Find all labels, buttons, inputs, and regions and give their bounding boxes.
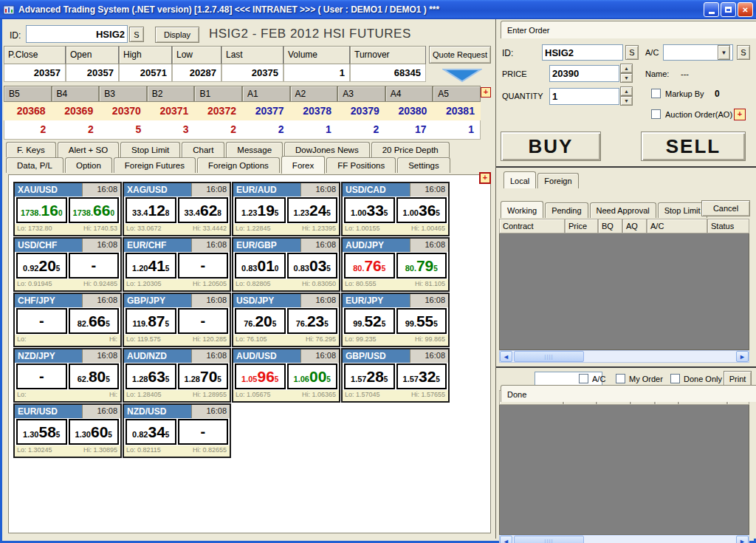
depth-expand-button[interactable]: +: [481, 87, 491, 98]
depth-price-b3[interactable]: 20370: [99, 102, 147, 120]
forex-tile-nzd-usd[interactable]: NZD/USD 16:08 0.82345- Lo: 0.82115 Hi: 0…: [123, 403, 231, 458]
tab-local[interactable]: Local: [504, 171, 536, 188]
scroll-left-icon[interactable]: ◄: [500, 536, 512, 543]
price-stepper[interactable]: ▲ ▼: [620, 64, 633, 83]
forex-tile-eur-gbp[interactable]: EUR/GBP 16:08 0.830100.83035 Lo: 0.82805…: [232, 237, 340, 292]
tab-stop-limit[interactable]: Stop Limit: [658, 202, 707, 218]
orders-col-aq[interactable]: AQ: [622, 219, 647, 233]
display-button[interactable]: Display: [155, 27, 199, 43]
orders-hscrollbar[interactable]: ◄ |||| ►: [499, 350, 749, 363]
bid-price-box[interactable]: 33.4128: [126, 197, 176, 223]
bid-price-box[interactable]: 0.92205: [16, 253, 67, 279]
orders-col-a-c[interactable]: A/C: [647, 219, 707, 233]
markup-checkbox[interactable]: [651, 89, 661, 98]
scroll-track[interactable]: ||||: [512, 536, 736, 543]
bid-price-box[interactable]: 1738.160: [16, 197, 67, 223]
bid-price-box[interactable]: 76.205: [235, 308, 286, 334]
quantity-input[interactable]: 1: [549, 88, 619, 105]
title-bar[interactable]: Advanced Trading System (.NET version) […: [0, 0, 756, 19]
contract-search-button[interactable]: S: [129, 27, 144, 42]
auction-checkbox[interactable]: [651, 109, 661, 119]
bid-price-box[interactable]: 99.525: [344, 308, 395, 334]
tab-need-approval[interactable]: Need Approval: [590, 202, 656, 218]
bid-price-box[interactable]: 0.83010: [235, 253, 286, 279]
tab-foreign-futures[interactable]: Foreign Futures: [114, 157, 196, 173]
tab-enter-order[interactable]: Enter Order: [501, 21, 756, 38]
forex-panel-expand-button[interactable]: +: [479, 172, 491, 184]
bid-price-box[interactable]: 1.05965: [235, 363, 286, 389]
auction-plus-button[interactable]: +: [734, 109, 746, 120]
done-hscrollbar[interactable]: ◄ |||| ►: [499, 535, 749, 543]
orders-col-bq[interactable]: BQ: [598, 219, 622, 233]
account-dropdown-arrow-icon[interactable]: ▼: [718, 45, 730, 60]
depth-price-b2[interactable]: 20371: [147, 102, 195, 120]
done-table-body[interactable]: [499, 405, 749, 535]
maximize-button[interactable]: [721, 2, 736, 17]
price-down-icon[interactable]: ▼: [620, 73, 633, 83]
ask-price-box[interactable]: 1.06005: [287, 363, 338, 389]
forex-tile-aud-jpy[interactable]: AUD/JPY 16:08 80.76580.795 Lo: 80.555 Hi…: [341, 237, 450, 292]
quote-request-button[interactable]: Quote Request: [429, 46, 491, 64]
depth-price-a2[interactable]: 20378: [290, 102, 338, 120]
tab-pending[interactable]: Pending: [545, 202, 588, 218]
bid-price-box[interactable]: 1.23195: [235, 197, 286, 223]
quantity-stepper[interactable]: ▲ ▼: [620, 86, 633, 106]
order-id-search-button[interactable]: S: [625, 45, 639, 60]
a-c-checkbox[interactable]: [579, 374, 588, 383]
forex-tile-chf-jpy[interactable]: CHF/JPY 16:08 -82.665 Lo: Hi:: [13, 293, 122, 347]
my-order-checkbox[interactable]: [616, 374, 625, 383]
forex-tile-usd-cad[interactable]: USD/CAD 16:08 1.003351.00365 Lo: 1.00155…: [341, 182, 450, 236]
forex-tile-eur-chf[interactable]: EUR/CHF 16:08 1.20415- Lo: 1.20305 Hi: 1…: [123, 237, 231, 292]
forex-tile-nzd-jpy[interactable]: NZD/JPY 16:08 -62.805 Lo: Hi:: [13, 348, 122, 403]
ask-price-box[interactable]: -: [178, 308, 229, 334]
orders-table-body[interactable]: [499, 233, 749, 350]
depth-price-a1[interactable]: 20377: [242, 102, 290, 120]
scroll-left-icon[interactable]: ◄: [500, 351, 512, 362]
tab-settings[interactable]: Settings: [397, 157, 450, 173]
tab-working[interactable]: Working: [501, 201, 543, 218]
bid-price-box[interactable]: 1.20415: [126, 253, 176, 279]
ask-price-box[interactable]: 1.00365: [396, 197, 447, 223]
price-up-icon[interactable]: ▲: [620, 64, 633, 73]
ask-price-box[interactable]: 1.23245: [287, 197, 338, 223]
depth-price-b4[interactable]: 20369: [52, 102, 100, 120]
tab-forex[interactable]: Forex: [281, 156, 325, 174]
forex-tile-eur-jpy[interactable]: EUR/JPY 16:08 99.52599.555 Lo: 99.235 Hi…: [341, 293, 450, 347]
tab-dowjones-news[interactable]: DowJones News: [284, 142, 370, 157]
ask-price-box[interactable]: -: [69, 253, 120, 279]
depth-price-b1[interactable]: 20372: [194, 102, 242, 120]
scroll-thumb[interactable]: ||||: [514, 351, 584, 362]
sell-button[interactable]: SELL: [641, 132, 746, 161]
forex-tile-aud-nzd[interactable]: AUD/NZD 16:08 1.286351.28705 Lo: 1.28405…: [123, 348, 231, 403]
account-dropdown[interactable]: ▼: [663, 44, 733, 61]
scroll-thumb[interactable]: ||||: [514, 536, 584, 543]
price-input[interactable]: 20390: [549, 65, 619, 82]
print-button[interactable]: Print: [724, 371, 752, 386]
quote-down-arrow-icon[interactable]: [442, 68, 482, 83]
bid-price-box[interactable]: 119.875: [126, 308, 176, 334]
forex-tile-gbp-jpy[interactable]: GBP/JPY 16:08 119.875- Lo: 119.575 Hi: 1…: [123, 293, 231, 347]
depth-price-b5[interactable]: 20368: [4, 102, 52, 120]
ask-price-box[interactable]: 99.555: [396, 308, 447, 334]
forex-tile-usd-chf[interactable]: USD/CHF 16:08 0.92205- Lo: 0.91945 Hi: 0…: [13, 237, 122, 292]
bid-price-box[interactable]: -: [16, 363, 67, 389]
bid-price-box[interactable]: 80.765: [344, 253, 395, 279]
tab-message[interactable]: Message: [226, 142, 283, 157]
tab-alert-so[interactable]: Alert + SO: [58, 142, 119, 157]
tab-data-p-l[interactable]: Data, P/L: [6, 157, 63, 173]
ask-price-box[interactable]: 80.795: [396, 253, 447, 279]
ask-price-box[interactable]: 0.83035: [287, 253, 338, 279]
ask-price-box[interactable]: 62.805: [69, 363, 120, 389]
orders-col-contract[interactable]: Contract: [499, 219, 565, 233]
cancel-button[interactable]: Cancel: [701, 200, 750, 216]
quantity-up-icon[interactable]: ▲: [620, 86, 633, 96]
ask-price-box[interactable]: 1.30605: [69, 419, 120, 445]
forex-tile-xau-usd[interactable]: XAU/USD 16:08 1738.1601738.660 Lo: 1732.…: [13, 182, 122, 236]
done-only-checkbox[interactable]: [670, 374, 680, 383]
ask-price-box[interactable]: 76.235: [287, 308, 338, 334]
tab-foreign[interactable]: Foreign: [537, 173, 578, 188]
ask-price-box[interactable]: 1.28705: [178, 363, 229, 389]
bid-price-box[interactable]: 1.00335: [344, 197, 395, 223]
tab-stop-limit[interactable]: Stop Limit: [120, 142, 180, 157]
orders-col-price[interactable]: Price: [565, 219, 598, 233]
